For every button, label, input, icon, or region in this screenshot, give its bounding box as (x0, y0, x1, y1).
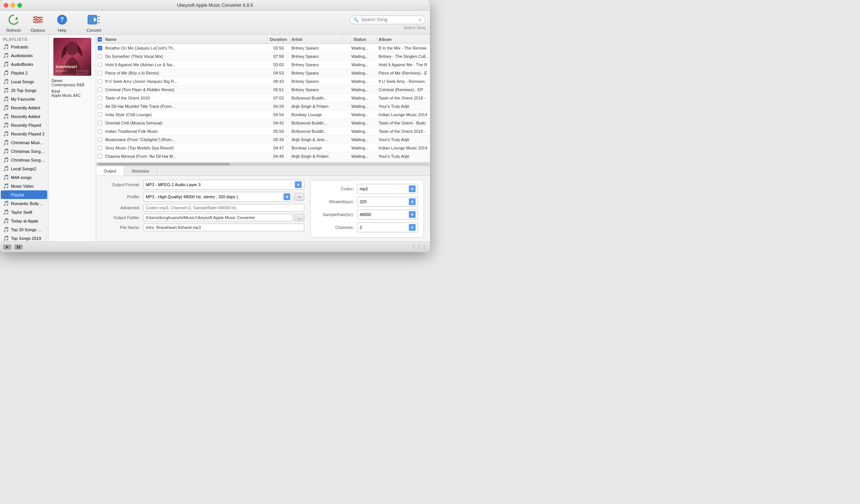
row-checkbox[interactable] (98, 71, 102, 75)
bitrate-select[interactable]: 320 ▼ (357, 197, 418, 207)
browse-button[interactable]: ... (294, 214, 304, 221)
refresh-icon (7, 13, 20, 26)
row-checkbox[interactable] (98, 96, 102, 100)
row-checkbox[interactable] (98, 87, 102, 92)
table-row[interactable]: Muskurane (From "Citylights") [Rom... 05… (96, 135, 430, 144)
table-row[interactable]: Indian Traditional Folk Music 05:50 Boll… (96, 127, 430, 135)
cell-artist: Britney Spears (290, 54, 343, 59)
profile-minus-button[interactable]: − (294, 193, 304, 201)
cell-name: Criminal (Tom Piper & Riddler Remix) (104, 87, 267, 92)
table-row[interactable]: Hold It Against Me (Adrian Lux & Na... 0… (96, 61, 430, 69)
file-name-input[interactable] (143, 224, 304, 231)
sidebar-item-christmas-2019[interactable]: 🎵 Christmas Song 2019 (1, 147, 47, 156)
minimize-button[interactable] (11, 3, 15, 8)
bottom-area: Output Metadata Output Format: MP3 - MPE… (96, 166, 430, 241)
output-format-select[interactable]: MP3 - MPEG-1 Audio Layer 3 ▼ (143, 180, 304, 190)
kind-value: Apple Music AAC (51, 93, 93, 98)
bitrate-row: Bitrate(kbps): 320 ▼ (316, 197, 418, 207)
row-checkbox[interactable] (98, 62, 102, 67)
cell-album: Britney - The Singles Coll... (377, 54, 430, 59)
scrollbar-thumb[interactable] (98, 163, 230, 165)
close-button[interactable] (4, 3, 8, 8)
row-checkbox[interactable] (98, 121, 102, 125)
sidebar-item-top-songs-2019[interactable]: 🎵 Top Songs 2019 (1, 234, 47, 241)
tab-output[interactable]: Output (96, 166, 124, 176)
cell-artist: Britney Spears (290, 71, 343, 75)
header-checkbox[interactable]: − (98, 37, 102, 42)
genre-value: Contemporary R&B (51, 83, 93, 87)
row-checkbox[interactable] (98, 137, 102, 142)
profile-label: Profile: (102, 194, 140, 199)
search-clear-icon[interactable]: ✕ (418, 17, 422, 23)
help-button[interactable]: ? Help (53, 13, 71, 33)
row-checkbox[interactable] (98, 104, 102, 109)
sidebar-item-local-songs2[interactable]: 🎵 Local Songs2 (1, 164, 47, 173)
sidebar-item-my-favourite[interactable]: 🎵 My Favourite (1, 95, 47, 103)
sidebar-item-playlist2[interactable]: 🎵 Playlist 2 (1, 68, 47, 77)
codec-select[interactable]: mp3 ▼ (357, 184, 418, 194)
profile-select[interactable]: MP3 - High Quality( 48000 Hz, stereo , 3… (143, 192, 293, 202)
playlist-icon: 🎵 (3, 96, 9, 102)
options-button[interactable]: Options (29, 13, 47, 33)
sidebar-item-top-20[interactable]: 🎵 Top 20 Songs Weekly (1, 225, 47, 234)
sidebar-item-recently-added2[interactable]: 🎵 Recently Added (1, 112, 47, 121)
samplerate-select[interactable]: 48000 ▼ (357, 210, 418, 219)
table-row[interactable]: Ae Dil Hai Mushkil Title Track (From... … (96, 102, 430, 110)
sidebar-item-recently-played[interactable]: 🎵 Recently Played (1, 121, 47, 129)
sidebar-item-local-songs[interactable]: 🎵 Local Songs (1, 77, 47, 86)
search-input[interactable] (361, 17, 416, 22)
table-row[interactable]: Do Somethin' (Thick Vocal Mix) 07:58 Bri… (96, 52, 430, 61)
convert-button[interactable]: Convert (85, 13, 103, 33)
sidebar-item-taylor-swift[interactable]: 🎵 Taylor Swift (1, 208, 47, 216)
sidebar-item-christmas-kids[interactable]: 🎵 Christmas Songs for Kids (1, 156, 47, 164)
title-bar: Ukeysoft Apple Music Converter 6.8.6 (0, 0, 430, 11)
tab-metadata[interactable]: Metadata (124, 166, 157, 176)
row-checkbox[interactable]: ✓ (98, 46, 102, 50)
row-checkbox[interactable] (98, 54, 102, 59)
row-checkbox[interactable] (98, 79, 102, 84)
sidebar-item-playlist[interactable]: 🎵 Playlist (1, 190, 47, 199)
table-row[interactable]: Sexy Music (Top Models Spa Resort) 04:47… (96, 144, 430, 152)
sidebar-item-25-top-songs[interactable]: 🎵 25 Top Songs (1, 86, 47, 95)
table-row[interactable]: Taste of the Orient 2018 07:02 Bollywood… (96, 94, 430, 102)
playlist-icon: 🎵 (3, 201, 9, 206)
advanced-input[interactable] (143, 204, 304, 212)
table-row[interactable]: India Style (Chill Lounge) 04:54 Bombay … (96, 110, 430, 119)
maximize-button[interactable] (17, 3, 22, 8)
cell-status: Waiting... (343, 112, 377, 117)
sidebar-item-recently-played2[interactable]: 🎵 Recently Played 2 (1, 129, 47, 138)
pause-button[interactable] (14, 244, 23, 250)
channels-select[interactable]: 2 ▼ (357, 222, 418, 232)
output-folder-input[interactable] (143, 214, 293, 221)
search-bar[interactable]: 🔍 ✕ (350, 16, 425, 24)
cell-album: Your's Truly Arijit (377, 137, 430, 142)
row-checkbox[interactable] (98, 154, 102, 159)
refresh-button[interactable]: Refresh (5, 13, 23, 33)
row-checkbox[interactable] (98, 146, 102, 150)
cell-duration: 04:54 (267, 112, 290, 117)
cell-artist: Britney Spears (290, 79, 343, 84)
row-checkbox[interactable] (98, 129, 102, 134)
row-checkbox[interactable] (98, 112, 102, 117)
play-button[interactable] (3, 244, 11, 250)
horizontal-scrollbar[interactable] (96, 162, 430, 166)
sidebar-item-recently-added[interactable]: 🎵 Recently Added (1, 103, 47, 112)
table-row[interactable]: If U Seek Amy (Junior Vasquez Big R... 0… (96, 77, 430, 86)
sidebar-item-today-at-apple[interactable]: 🎵 Today at Apple (1, 216, 47, 225)
table-row[interactable]: ✓ Breathe On Me (Jaques LuCont's Th... 0… (96, 44, 430, 52)
sidebar-item-christmas-video[interactable]: 🎵 Christmas Music Video (1, 138, 47, 147)
table-row[interactable]: Oriental Chill (Musica Sensual) 04:42 Bo… (96, 119, 430, 127)
table-row[interactable]: Criminal (Tom Piper & Riddler Remix) 05:… (96, 86, 430, 94)
profile-control: MP3 - High Quality( 48000 Hz, stereo , 3… (143, 192, 304, 202)
sidebar-item-audiobooks[interactable]: 🎵 Audiobooks (1, 51, 47, 60)
cell-album: Piece of Me (Remixes) - E (377, 71, 430, 75)
sidebar-item-romantic[interactable]: 🎵 Romantic Bollywood Songs (1, 199, 47, 208)
sidebar-item-audiobooks2[interactable]: 🎵 AudioBooks (1, 60, 47, 68)
cell-name: Do Somethin' (Thick Vocal Mix) (104, 54, 267, 59)
table-row[interactable]: Piece of Me (Böz o lö Remix) 04:53 Britn… (96, 69, 430, 77)
sidebar-item-m4a-songs[interactable]: 🎵 M4A songs (1, 173, 47, 182)
table-row[interactable]: Channa Mereya (From "Ae Dil Hai M... 04:… (96, 152, 430, 160)
codec-value: mp3 (360, 187, 368, 191)
sidebar-item-podcasts[interactable]: 🎵 Podcasts (1, 42, 47, 51)
sidebar-item-music-video[interactable]: 🎵 Music Video (1, 182, 47, 190)
